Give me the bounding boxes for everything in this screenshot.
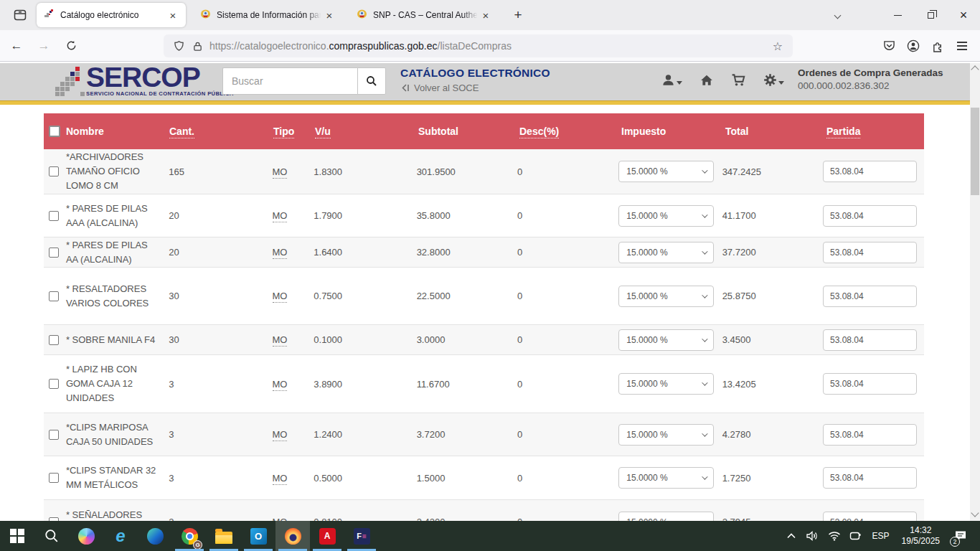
sercop-wordmark[interactable]: SERCOP SERVICIO NACIONAL DE CONTRATACIÓN…	[86, 63, 234, 97]
vertical-scrollbar[interactable]	[970, 63, 980, 521]
action-center-button[interactable]: 2	[948, 521, 973, 551]
cell-tipo: MO	[273, 291, 314, 301]
taskbar-search-button[interactable]	[34, 521, 69, 551]
partida-input[interactable]	[823, 286, 917, 307]
row-checkbox[interactable]	[49, 430, 59, 440]
firefox-icon	[285, 528, 301, 545]
impuesto-select[interactable]: 15.0000 %	[618, 424, 714, 446]
firefox-view-icon[interactable]	[11, 6, 29, 24]
column-header-cantidad[interactable]: Cant.	[169, 126, 273, 137]
tab-catalogo-electronico[interactable]: Catálogo electrónico ×	[37, 3, 186, 27]
scroll-up-icon[interactable]	[971, 65, 979, 73]
sercop-logo-icon[interactable]	[55, 66, 85, 98]
forward-icon[interactable]: →	[33, 35, 55, 57]
display-connect-icon[interactable]	[847, 521, 864, 551]
row-checkbox[interactable]	[49, 166, 59, 176]
column-header-tipo[interactable]: Tipo	[273, 126, 315, 137]
tab-close-icon[interactable]: ×	[166, 8, 180, 22]
tab-close-icon[interactable]: ×	[322, 8, 336, 22]
url-bar[interactable]: https://catalogoelectronico.compraspubli…	[164, 34, 793, 57]
new-tab-button[interactable]: +	[509, 6, 527, 24]
table-row: *ARCHIVADORES TAMAÑO OFICIO LOMO 8 CM165…	[44, 149, 924, 194]
partida-input[interactable]	[823, 512, 917, 522]
tab-snp-cas[interactable]: SNP - CAS – Central Authentica ×	[349, 3, 499, 27]
back-icon[interactable]: ←	[6, 35, 27, 57]
feo-app-button[interactable]: F≡	[344, 521, 379, 551]
impuesto-select[interactable]: 15.0000 %	[618, 329, 714, 351]
column-header-desc[interactable]: Desc(%)	[519, 126, 621, 137]
cell-nombre: * SEÑALADORES TIPO BANDERITAS	[66, 508, 169, 522]
settings-gear-icon[interactable]	[763, 73, 784, 87]
copilot-button[interactable]	[69, 521, 103, 551]
impuesto-select[interactable]: 15.0000 %	[618, 373, 714, 395]
row-checkbox[interactable]	[49, 248, 59, 258]
tab-title: Sistema de Información para los	[217, 10, 322, 20]
chrome-button[interactable]: G	[172, 521, 207, 551]
shield-icon[interactable]	[169, 40, 188, 52]
row-checkbox[interactable]	[49, 335, 59, 345]
menu-hamburger-icon[interactable]	[950, 35, 974, 57]
row-checkbox[interactable]	[49, 473, 59, 483]
row-checkbox[interactable]	[49, 291, 59, 301]
account-icon[interactable]	[901, 35, 925, 57]
tab-close-icon[interactable]: ×	[479, 8, 493, 22]
reload-icon[interactable]	[60, 35, 82, 57]
restore-button[interactable]	[914, 0, 947, 30]
wifi-icon[interactable]	[826, 521, 843, 551]
scrollbar-thumb[interactable]	[971, 108, 979, 195]
file-explorer-button[interactable]	[207, 521, 241, 551]
return-arrow-icon	[400, 84, 410, 92]
cell-total: 4.2780	[722, 429, 823, 440]
lock-icon[interactable]	[188, 41, 207, 52]
impuesto-select[interactable]: 15.0000 %	[618, 161, 714, 182]
outlook-button[interactable]: O	[241, 521, 275, 551]
orders-number: 000.000.002.836.302	[798, 80, 943, 91]
impuesto-select[interactable]: 15.0000 %	[618, 205, 714, 227]
search-input[interactable]	[222, 67, 357, 95]
partida-input[interactable]	[823, 467, 917, 489]
column-header-partida[interactable]: Partida	[826, 126, 924, 137]
extensions-puzzle-icon[interactable]	[925, 35, 950, 57]
partida-input[interactable]	[823, 373, 917, 395]
pocket-icon[interactable]	[877, 35, 901, 57]
column-header-total: Total	[725, 126, 826, 137]
edge-button[interactable]	[138, 521, 172, 551]
column-header-vu[interactable]: V/u	[315, 126, 418, 137]
language-indicator[interactable]: ESP	[869, 531, 893, 541]
internet-explorer-button[interactable]: e	[103, 521, 138, 551]
impuesto-select[interactable]: 15.0000 %	[618, 286, 714, 307]
scroll-down-icon[interactable]	[971, 509, 979, 517]
cell-total: 1.7250	[722, 473, 823, 484]
partida-input[interactable]	[823, 329, 917, 351]
impuesto-select[interactable]: 15.0000 %	[618, 242, 714, 263]
close-button[interactable]: ×	[947, 0, 980, 30]
tray-time: 14:32	[910, 525, 931, 535]
list-all-tabs-icon[interactable]	[826, 13, 848, 18]
minimize-button[interactable]	[881, 0, 914, 30]
acrobat-button[interactable]: A	[310, 521, 344, 551]
select-all-checkbox[interactable]	[49, 126, 60, 137]
partida-input[interactable]	[823, 161, 917, 182]
partida-input[interactable]	[823, 424, 917, 446]
row-checkbox[interactable]	[49, 379, 59, 389]
volver-soce-link[interactable]: Volver al SOCE	[400, 83, 550, 93]
cell-valor-unitario: 0.5000	[314, 473, 416, 484]
impuesto-select[interactable]: 15.0000 %	[618, 467, 714, 489]
cell-nombre: * RESALTADORES VARIOS COLORES	[66, 282, 169, 311]
cart-icon[interactable]	[731, 73, 746, 87]
impuesto-select[interactable]: 15.0000 %	[618, 512, 714, 522]
tab-sistema-informacion[interactable]: Sistema de Información para los ×	[193, 3, 342, 27]
volume-icon[interactable]	[804, 521, 821, 551]
start-button[interactable]	[0, 521, 34, 551]
firefox-button[interactable]	[275, 521, 310, 551]
user-menu-icon[interactable]	[661, 73, 682, 87]
partida-input[interactable]	[823, 205, 917, 227]
search-button[interactable]	[357, 67, 386, 95]
clock[interactable]: 14:3219/5/2025	[897, 525, 944, 547]
row-checkbox[interactable]	[49, 211, 59, 221]
bookmark-star-icon[interactable]: ☆	[768, 39, 787, 53]
partida-input[interactable]	[823, 242, 917, 263]
ecuador-crest-favicon	[200, 9, 211, 22]
tray-chevron-up-icon[interactable]	[783, 521, 800, 551]
home-icon[interactable]	[699, 74, 714, 87]
